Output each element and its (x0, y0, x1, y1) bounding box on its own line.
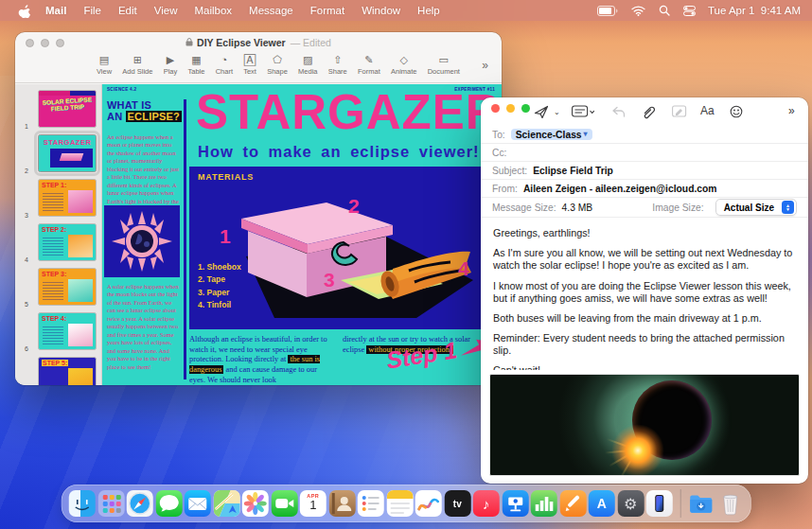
toolbar-table-button[interactable]: ▦Table (187, 54, 204, 76)
to-label: To: (492, 130, 505, 140)
zoom-button[interactable] (521, 104, 530, 113)
image-size-select[interactable]: Actual Size ▲▼ (715, 199, 797, 216)
menu-item-format[interactable]: Format (310, 5, 344, 16)
dock-icon-pages[interactable] (559, 490, 586, 517)
slide-thumbnail-row-2-selected[interactable]: 2 STARGAZER (15, 132, 101, 177)
menu-item-file[interactable]: File (83, 5, 101, 16)
dock-icon-apple-tv[interactable]: tv (444, 490, 470, 517)
menu-item-mailbox[interactable]: Mailbox (194, 5, 232, 16)
subject-field[interactable]: Subject: Eclipse Field Trip (481, 162, 808, 180)
dock-icon-freeform[interactable] (415, 490, 442, 517)
callout-3: 3 (324, 269, 335, 291)
dock-icon-iphone-mirroring[interactable] (646, 490, 673, 517)
close-button[interactable] (26, 39, 34, 47)
slide-2-thumbnail[interactable]: STARGAZER (38, 134, 97, 172)
slide-whatis-heading: WHAT IS AN ECLIPSE? (107, 99, 182, 123)
toolbar-add-slide-button[interactable]: ⊞Add Slide (122, 54, 152, 76)
dock-icon-keynote[interactable] (502, 490, 528, 517)
toolbar-overflow-icon[interactable]: » (788, 104, 795, 117)
zoom-button[interactable] (56, 39, 64, 47)
menu-item-message[interactable]: Message (249, 5, 293, 16)
message-body[interactable]: Greetings, earthlings! As I'm sure you a… (481, 219, 808, 370)
dock-icon-maps[interactable] (213, 490, 239, 517)
menu-item-window[interactable]: Window (362, 5, 400, 16)
plus-slide-icon: ⊞ (133, 54, 142, 66)
dock-icon-launchpad[interactable] (97, 490, 124, 517)
slide-thumbnail-row-4[interactable]: 4 STEP 2: (15, 221, 101, 266)
dock-icon-facetime[interactable] (271, 490, 297, 517)
apple-logo-icon[interactable] (18, 4, 30, 18)
dock-icon-trash[interactable] (716, 490, 743, 517)
eclipse-photo-attachment[interactable] (489, 374, 800, 476)
slide-thumbnail-row-3[interactable]: 3 STEP 1: (15, 177, 101, 221)
to-field[interactable]: To: Science-Class▾ (481, 126, 808, 144)
slide-canvas[interactable]: SCIENCE 4.2 EXPERIMENT #11 WHAT IS AN EC… (102, 84, 502, 385)
recipient-token[interactable]: Science-Class▾ (511, 129, 592, 140)
slide-title[interactable]: STARGAZER (196, 88, 502, 136)
dock-icon-notes[interactable] (386, 490, 413, 517)
slide-7-thumbnail[interactable]: STEP 5: (38, 357, 97, 385)
shape-icon: ⬠ (273, 54, 282, 66)
toolbar-play-button[interactable]: ▶Play (164, 54, 178, 76)
toolbar-shape-button[interactable]: ⬠Shape (267, 54, 288, 76)
toolbar-overflow-button[interactable]: » (482, 59, 488, 72)
slide-thumbnail-row-1[interactable]: 1 SOLAR ECLIPSE FIELD TRIP (15, 88, 101, 132)
from-field[interactable]: From: Aileen Zeigen - aileen.zeigen@iclo… (481, 180, 808, 198)
dock-icon-messages[interactable] (155, 490, 182, 517)
menu-item-help[interactable]: Help (417, 5, 440, 16)
battery-icon[interactable] (597, 6, 618, 16)
dock-icon-system-settings[interactable]: ⚙ (617, 490, 644, 517)
markup-icon[interactable] (672, 105, 687, 122)
dock-icon-app-store[interactable]: A (589, 490, 615, 517)
header-fields-icon[interactable] (572, 105, 594, 122)
toolbar-share-button[interactable]: ⇧Share (328, 54, 347, 76)
dock-icon-numbers[interactable] (531, 490, 557, 517)
materials-box[interactable]: MATERIALS 1 2 3 4 1. Shoebox 2. Tape 3. … (189, 167, 489, 329)
attach-icon[interactable] (642, 105, 655, 123)
toolbar-chart-button[interactable]: ◔Chart (216, 54, 233, 76)
menu-item-mail-app[interactable]: Mail (45, 5, 66, 16)
dock-icon-reminders[interactable] (358, 490, 384, 517)
mail-window-controls[interactable] (491, 104, 530, 113)
emoji-icon[interactable] (730, 105, 743, 122)
slide-1-thumbnail[interactable]: SOLAR ECLIPSE FIELD TRIP (38, 90, 97, 128)
minimize-button[interactable] (41, 39, 49, 47)
dock-icon-finder[interactable] (69, 490, 96, 517)
slide-5-thumbnail[interactable]: STEP 3: (38, 268, 97, 306)
dock-icon-music[interactable]: ♪ (473, 490, 500, 517)
slide-subtitle[interactable]: How to make an eclipse viewer! (198, 143, 480, 161)
dock-icon-mail[interactable] (185, 490, 211, 517)
slide-3-thumbnail[interactable]: STEP 1: (38, 179, 97, 217)
wifi-icon[interactable] (631, 6, 645, 16)
toolbar-animate-button[interactable]: ◇Animate (391, 54, 417, 76)
control-center-icon[interactable] (683, 6, 696, 16)
fonts-icon[interactable]: Aa (700, 104, 715, 117)
menu-clock[interactable]: Tue Apr 1 9:41 AM (708, 5, 801, 16)
dock-icon-contacts[interactable] (328, 490, 355, 517)
slide-thumbnail-row-5[interactable]: 5 STEP 3: (15, 266, 101, 310)
toolbar-view-button[interactable]: ▤View (97, 54, 112, 76)
toolbar-document-button[interactable]: ▭Document (428, 54, 460, 76)
dock-icon-calendar[interactable]: APR 1 (300, 490, 327, 517)
chevron-down-icon[interactable]: ⌄ (554, 108, 560, 116)
send-icon[interactable] (534, 105, 549, 123)
slide-thumbnail-row-6[interactable]: 6 STEP 4: (15, 310, 101, 355)
toolbar-text-button[interactable]: 🄰Text (243, 54, 256, 76)
menu-item-view[interactable]: View (154, 5, 178, 16)
toolbar-format-button[interactable]: ✎Format (358, 54, 380, 76)
keynote-window-controls[interactable] (26, 39, 64, 47)
cc-field[interactable]: Cc: (481, 144, 808, 162)
dock-icon-downloads[interactable] (688, 490, 715, 517)
minimize-button[interactable] (506, 104, 515, 113)
slide-4-thumbnail[interactable]: STEP 2: (38, 223, 97, 261)
keynote-title-bar[interactable]: DIY Eclipse Viewer — Edited (15, 32, 502, 53)
dock-icon-safari[interactable] (127, 490, 153, 517)
slide-thumbnail-row-7[interactable]: 7 STEP 5: (15, 355, 101, 385)
search-icon[interactable] (659, 5, 670, 16)
dock-icon-photos[interactable] (242, 490, 269, 517)
reply-icon[interactable] (611, 105, 626, 122)
slide-6-thumbnail[interactable]: STEP 4: (38, 312, 97, 350)
close-button[interactable] (491, 104, 500, 113)
menu-item-edit[interactable]: Edit (118, 5, 137, 16)
toolbar-media-button[interactable]: ▨Media (298, 54, 317, 76)
